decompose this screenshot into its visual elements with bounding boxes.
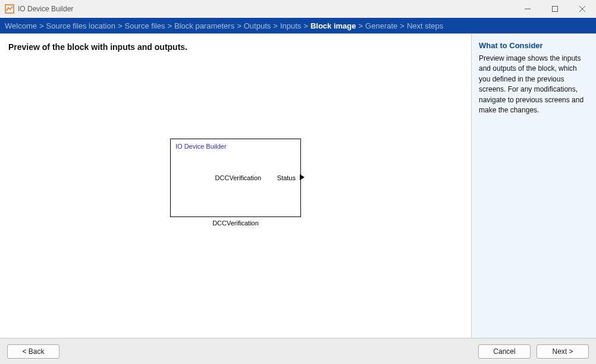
- minimize-button[interactable]: [514, 0, 541, 18]
- crumb-source-files[interactable]: Source files: [124, 21, 165, 30]
- next-button[interactable]: Next >: [537, 344, 589, 359]
- window-controls: [514, 0, 596, 18]
- maximize-button[interactable]: [541, 0, 569, 18]
- breadcrumb-separator: >: [167, 21, 172, 30]
- main-panel: Preview of the block with inputs and out…: [0, 34, 471, 338]
- breadcrumb-separator: >: [39, 21, 44, 30]
- crumb-welcome[interactable]: Welcome: [5, 21, 37, 30]
- help-title: What to Consider: [479, 41, 589, 50]
- window-title: IO Device Builder: [18, 5, 73, 13]
- block-preview: IO Device Builder DCCVerification Status…: [0, 55, 471, 338]
- block-center-label: DCCVerification: [215, 174, 262, 181]
- crumb-inputs[interactable]: Inputs: [280, 21, 301, 30]
- crumb-source-files-location[interactable]: Source files location: [46, 21, 115, 30]
- crumb-generate[interactable]: Generate: [365, 21, 397, 30]
- breadcrumb-separator: >: [273, 21, 278, 30]
- crumb-outputs[interactable]: Outputs: [244, 21, 271, 30]
- output-port-arrow-icon: [300, 174, 305, 182]
- block-box: IO Device Builder DCCVerification Status: [170, 139, 301, 217]
- footer: < Back Cancel Next >: [0, 338, 596, 364]
- block-caption: DCCVerification: [212, 219, 259, 227]
- svg-marker-5: [300, 174, 305, 180]
- svg-rect-2: [553, 7, 558, 12]
- breadcrumb-separator: >: [118, 21, 123, 30]
- help-body: Preview image shows the inputs and outpu…: [479, 54, 589, 115]
- crumb-block-parameters[interactable]: Block parameters: [174, 21, 234, 30]
- cancel-button[interactable]: Cancel: [478, 344, 531, 359]
- crumb-block-image[interactable]: Block image: [310, 21, 356, 30]
- titlebar: IO Device Builder: [0, 0, 596, 18]
- breadcrumb-separator: >: [303, 21, 308, 30]
- block-output-port-label: Status: [277, 174, 296, 181]
- app-icon: [5, 4, 14, 14]
- back-button[interactable]: < Back: [7, 344, 59, 359]
- block-container: IO Device Builder DCCVerification Status…: [170, 139, 301, 227]
- content: Preview of the block with inputs and out…: [0, 33, 596, 338]
- help-panel: What to Consider Preview image shows the…: [471, 34, 596, 338]
- block-title: IO Device Builder: [175, 143, 296, 150]
- close-button[interactable]: [569, 0, 596, 18]
- breadcrumb: Welcome > Source files location > Source…: [0, 18, 596, 33]
- breadcrumb-separator: >: [358, 21, 363, 30]
- page-title: Preview of the block with inputs and out…: [0, 34, 471, 55]
- breadcrumb-separator: >: [400, 21, 404, 30]
- crumb-next-steps[interactable]: Next steps: [407, 21, 443, 30]
- breadcrumb-separator: >: [237, 21, 241, 30]
- block-port-row: DCCVerification Status: [175, 174, 296, 181]
